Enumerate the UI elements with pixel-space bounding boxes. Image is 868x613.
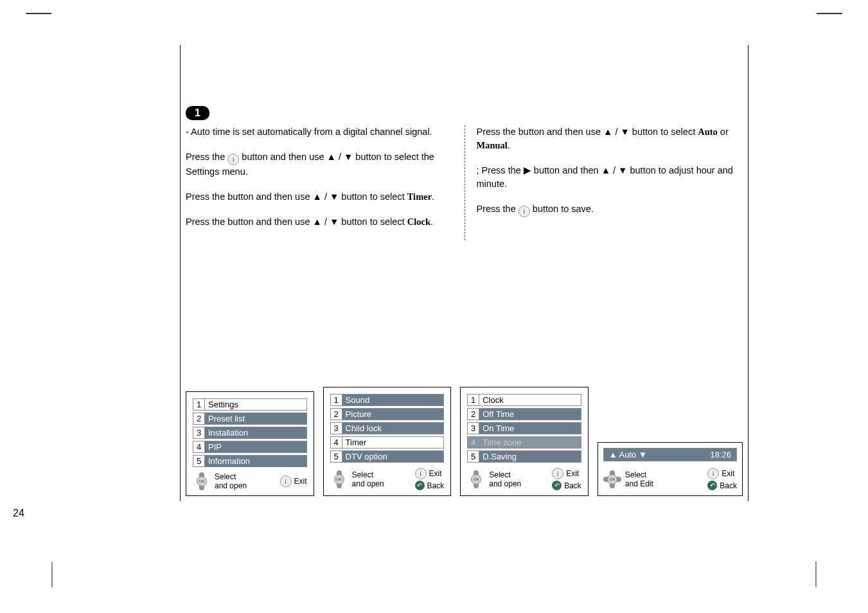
- text: button to save.: [533, 204, 594, 214]
- text: Press the: [186, 152, 227, 162]
- footer-label: Back: [564, 481, 581, 490]
- menu-item-label: Clock: [479, 395, 581, 405]
- menu-item-label: Time zone: [479, 437, 581, 448]
- menu-item-number: 5: [468, 451, 479, 462]
- clock-mode-field: ▲ Auto ▼ 18:26: [603, 448, 737, 461]
- text: button and then use ▲ / ▼ button to sele…: [227, 217, 407, 227]
- dpad-icon: OK: [193, 472, 211, 490]
- menu-item-number: 1: [193, 399, 205, 410]
- menu-item: 1Settings: [193, 398, 307, 411]
- menu-item-number: 5: [331, 451, 342, 462]
- footer-label: Exit: [566, 469, 579, 478]
- crop-mark: [26, 13, 51, 14]
- manual-page: 1 - Auto time is set automatically from …: [180, 45, 748, 501]
- i-button-icon: i: [280, 475, 292, 487]
- step-text-6: Press the i button to save.: [477, 202, 743, 217]
- menu-item-number: 2: [468, 409, 479, 420]
- osd-panel-clock: 1Clock2Off Time3On Time4Time zone5D.Savi…: [460, 387, 589, 496]
- footer-label: Select: [489, 470, 521, 479]
- menu-list: 1Settings2Preset list3Installation4PIP5I…: [193, 398, 307, 467]
- footer-label: and open: [352, 479, 384, 488]
- menu-item-number: 1: [331, 395, 342, 405]
- text: Press the: [186, 191, 227, 202]
- step-text-1: Press the i button and then use ▲ / ▼ bu…: [186, 150, 453, 179]
- menu-list: 1Sound2Picture3Child lock4Timer5DTV opti…: [330, 394, 445, 463]
- menu-item: 2Preset list: [193, 413, 307, 425]
- back-button-icon: ↶: [552, 481, 562, 490]
- menu-item-label: Settings: [205, 399, 306, 410]
- step-text-5: ; Press the ▶ button and then ▲ / ▼ butt…: [477, 164, 743, 191]
- menu-item: 4Time zone: [467, 436, 581, 449]
- crop-mark: [817, 13, 842, 14]
- menu-item: 1Sound: [330, 394, 445, 406]
- text: button and then use ▲ / ▼ button to sele…: [227, 191, 407, 202]
- osd-menu-row: 1Settings2Preset list3Installation4PIP5I…: [186, 384, 743, 496]
- footer-label: Select: [215, 472, 247, 481]
- footer-label: Back: [427, 481, 445, 490]
- osd-panel-clock-edit: ▲ Auto ▼ 18:26 OK Select and Edit i Exit…: [598, 442, 743, 496]
- menu-item-label: Child lock: [342, 423, 444, 434]
- footer-label: Select: [352, 470, 384, 479]
- menu-list: 1Clock2Off Time3On Time4Time zone5D.Savi…: [467, 394, 581, 463]
- menu-item: 4PIP: [193, 441, 307, 453]
- menu-footer: OK Select and Edit i Exit ↶ Back: [603, 468, 737, 490]
- menu-item-label: D.Saving: [479, 451, 581, 462]
- osd-panel-settings: 1Settings2Preset list3Installation4PIP5I…: [186, 391, 314, 496]
- step-text-3: Press the button and then use ▲ / ▼ butt…: [186, 215, 453, 229]
- menu-item: 1Clock: [467, 394, 581, 406]
- menu-item-label: Installation: [205, 427, 306, 438]
- menu-item-label: On Time: [479, 423, 581, 434]
- content-columns: - Auto time is set automatically from a …: [186, 125, 743, 240]
- dpad-icon: OK: [603, 470, 621, 488]
- menu-item-number: 5: [193, 456, 205, 466]
- text: Press the: [186, 217, 227, 227]
- menu-item: 3Installation: [193, 427, 307, 439]
- menu-item: 4Timer: [330, 436, 445, 449]
- back-button-icon: ↶: [707, 481, 717, 490]
- menu-item-number: 4: [331, 437, 342, 448]
- menu-footer: OK Select and open i Exit ↶ Back: [467, 468, 581, 490]
- bold-term: Timer: [407, 191, 432, 202]
- intro-text: - Auto time is set automatically from a …: [186, 125, 453, 139]
- menu-item-label: Picture: [342, 409, 444, 420]
- i-button-icon: i: [518, 206, 530, 217]
- menu-footer: OK Select and open i Exit: [193, 472, 307, 490]
- menu-item-number: 2: [193, 413, 205, 424]
- menu-item: 5Information: [193, 455, 307, 467]
- menu-item: 2Picture: [330, 408, 445, 420]
- page-number: 24: [13, 508, 24, 519]
- footer-label: and Edit: [625, 479, 653, 488]
- field-value: 18:26: [710, 450, 731, 459]
- menu-footer: OK Select and open i Exit ↶ Back: [330, 468, 445, 490]
- menu-item-label: PIP: [205, 441, 306, 452]
- menu-item-number: 3: [468, 423, 479, 434]
- footer-label: Exit: [722, 469, 734, 478]
- dpad-icon: OK: [330, 470, 348, 488]
- menu-item-label: Off Time: [479, 409, 581, 420]
- osd-panel-timer: 1Sound2Picture3Child lock4Timer5DTV opti…: [323, 387, 452, 496]
- crop-mark: [815, 562, 817, 587]
- bold-term: Clock: [407, 217, 430, 227]
- menu-item-number: 4: [193, 441, 205, 452]
- bold-term: Manual: [477, 140, 508, 150]
- back-button-icon: ↶: [415, 481, 425, 490]
- menu-item-label: Timer: [342, 437, 444, 448]
- text: or: [720, 127, 729, 137]
- menu-item: 5D.Saving: [467, 450, 581, 463]
- right-column: Press the button and then use ▲ / ▼ butt…: [465, 125, 743, 240]
- menu-item-label: Sound: [342, 395, 444, 405]
- menu-item-number: 1: [468, 395, 479, 405]
- menu-item-number: 3: [193, 427, 205, 438]
- menu-item-label: Preset list: [205, 413, 306, 424]
- menu-item: 2Off Time: [467, 408, 581, 420]
- menu-item-number: 4: [468, 437, 479, 448]
- step-badge: 1: [186, 106, 209, 120]
- menu-item: 3Child lock: [330, 422, 445, 434]
- step-text-2: Press the button and then use ▲ / ▼ butt…: [186, 190, 453, 204]
- footer-label: Exit: [429, 469, 442, 478]
- menu-item-label: Information: [205, 456, 306, 466]
- menu-item-label: DTV option: [342, 451, 444, 462]
- dpad-icon: OK: [467, 470, 485, 488]
- crop-mark: [51, 562, 53, 587]
- footer-label: and open: [489, 479, 521, 488]
